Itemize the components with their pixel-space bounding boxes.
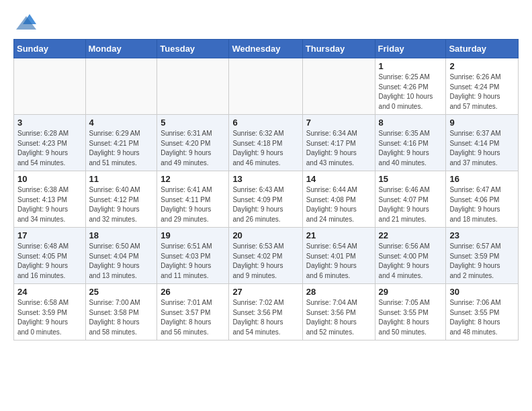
calendar-cell [85,58,157,115]
day-number: 8 [379,118,443,128]
calendar-cell: 5Sunrise: 6:31 AM Sunset: 4:20 PM Daylig… [157,115,229,171]
day-number: 14 [306,174,371,184]
day-info: Sunrise: 7:06 AM Sunset: 3:55 PM Dayligh… [449,298,515,337]
calendar-week-2: 3Sunrise: 6:28 AM Sunset: 4:23 PM Daylig… [14,115,519,171]
calendar-cell [302,58,375,115]
day-number: 22 [379,230,443,240]
calendar-cell: 15Sunrise: 6:46 AM Sunset: 4:07 PM Dayli… [375,171,446,228]
day-number: 16 [449,174,515,184]
day-info: Sunrise: 6:43 AM Sunset: 4:09 PM Dayligh… [232,185,298,224]
calendar-cell: 1Sunrise: 6:25 AM Sunset: 4:26 PM Daylig… [375,58,446,115]
calendar-cell: 13Sunrise: 6:43 AM Sunset: 4:09 PM Dayli… [229,171,302,228]
day-number: 27 [232,287,298,297]
day-number: 30 [449,287,515,297]
calendar-week-3: 10Sunrise: 6:38 AM Sunset: 4:13 PM Dayli… [14,171,519,228]
page-header [13,11,519,31]
day-info: Sunrise: 6:57 AM Sunset: 3:59 PM Dayligh… [449,242,515,281]
day-number: 25 [89,287,154,297]
day-info: Sunrise: 6:58 AM Sunset: 3:59 PM Dayligh… [17,298,82,337]
day-info: Sunrise: 6:54 AM Sunset: 4:01 PM Dayligh… [306,242,371,281]
day-number: 17 [17,230,82,240]
day-info: Sunrise: 6:25 AM Sunset: 4:26 PM Dayligh… [379,73,443,111]
day-number: 18 [89,230,154,240]
calendar-cell: 20Sunrise: 6:53 AM Sunset: 4:02 PM Dayli… [229,228,302,284]
day-info: Sunrise: 6:32 AM Sunset: 4:18 PM Dayligh… [232,129,298,168]
day-number: 3 [17,118,82,128]
calendar-week-1: 1Sunrise: 6:25 AM Sunset: 4:26 PM Daylig… [14,58,519,115]
calendar-week-4: 17Sunrise: 6:48 AM Sunset: 4:05 PM Dayli… [14,228,519,284]
day-info: Sunrise: 6:44 AM Sunset: 4:08 PM Dayligh… [306,185,371,224]
weekday-header-tuesday: Tuesday [157,40,229,58]
calendar-cell: 24Sunrise: 6:58 AM Sunset: 3:59 PM Dayli… [14,284,86,340]
calendar-cell: 23Sunrise: 6:57 AM Sunset: 3:59 PM Dayli… [446,228,519,284]
logo-icon [16,11,36,31]
calendar-cell: 3Sunrise: 6:28 AM Sunset: 4:23 PM Daylig… [14,115,86,171]
weekday-header-wednesday: Wednesday [229,40,302,58]
day-info: Sunrise: 6:34 AM Sunset: 4:17 PM Dayligh… [306,129,371,168]
calendar-table: SundayMondayTuesdayWednesdayThursdayFrid… [13,39,519,340]
day-number: 10 [17,174,82,184]
day-number: 24 [17,287,82,297]
day-info: Sunrise: 6:51 AM Sunset: 4:03 PM Dayligh… [161,242,225,281]
calendar-cell: 16Sunrise: 6:47 AM Sunset: 4:06 PM Dayli… [446,171,519,228]
calendar-cell: 7Sunrise: 6:34 AM Sunset: 4:17 PM Daylig… [302,115,375,171]
day-info: Sunrise: 6:40 AM Sunset: 4:12 PM Dayligh… [89,185,154,224]
day-info: Sunrise: 6:35 AM Sunset: 4:16 PM Dayligh… [379,129,443,168]
day-number: 29 [379,287,443,297]
calendar-cell: 6Sunrise: 6:32 AM Sunset: 4:18 PM Daylig… [229,115,302,171]
day-number: 2 [449,61,515,71]
day-info: Sunrise: 6:41 AM Sunset: 4:11 PM Dayligh… [161,185,225,224]
day-number: 12 [161,174,225,184]
logo [13,11,36,31]
day-number: 21 [306,230,371,240]
day-info: Sunrise: 7:02 AM Sunset: 3:56 PM Dayligh… [232,298,298,337]
day-number: 28 [306,287,371,297]
day-number: 7 [306,118,371,128]
day-number: 15 [379,174,443,184]
calendar-cell: 17Sunrise: 6:48 AM Sunset: 4:05 PM Dayli… [14,228,86,284]
day-info: Sunrise: 6:26 AM Sunset: 4:24 PM Dayligh… [449,73,515,111]
calendar-cell: 30Sunrise: 7:06 AM Sunset: 3:55 PM Dayli… [446,284,519,340]
calendar-cell: 27Sunrise: 7:02 AM Sunset: 3:56 PM Dayli… [229,284,302,340]
day-number: 6 [232,118,298,128]
day-info: Sunrise: 7:05 AM Sunset: 3:55 PM Dayligh… [379,298,443,337]
day-number: 26 [161,287,225,297]
calendar-cell: 29Sunrise: 7:05 AM Sunset: 3:55 PM Dayli… [375,284,446,340]
calendar-cell: 9Sunrise: 6:37 AM Sunset: 4:14 PM Daylig… [446,115,519,171]
calendar-cell: 4Sunrise: 6:29 AM Sunset: 4:21 PM Daylig… [85,115,157,171]
calendar-cell: 2Sunrise: 6:26 AM Sunset: 4:24 PM Daylig… [446,58,519,115]
calendar-header-row: SundayMondayTuesdayWednesdayThursdayFrid… [14,40,519,58]
weekday-header-sunday: Sunday [14,40,86,58]
day-info: Sunrise: 6:47 AM Sunset: 4:06 PM Dayligh… [449,185,515,224]
day-info: Sunrise: 6:28 AM Sunset: 4:23 PM Dayligh… [17,129,82,168]
day-number: 5 [161,118,225,128]
day-info: Sunrise: 7:01 AM Sunset: 3:57 PM Dayligh… [161,298,225,337]
calendar-cell: 25Sunrise: 7:00 AM Sunset: 3:58 PM Dayli… [85,284,157,340]
calendar-cell [229,58,302,115]
day-number: 1 [379,61,443,71]
day-info: Sunrise: 7:04 AM Sunset: 3:56 PM Dayligh… [306,298,371,337]
day-info: Sunrise: 6:29 AM Sunset: 4:21 PM Dayligh… [89,129,154,168]
day-info: Sunrise: 6:50 AM Sunset: 4:04 PM Dayligh… [89,242,154,281]
calendar-cell: 10Sunrise: 6:38 AM Sunset: 4:13 PM Dayli… [14,171,86,228]
weekday-header-thursday: Thursday [302,40,375,58]
calendar-cell [14,58,86,115]
day-number: 23 [449,230,515,240]
calendar-cell: 21Sunrise: 6:54 AM Sunset: 4:01 PM Dayli… [302,228,375,284]
day-info: Sunrise: 6:31 AM Sunset: 4:20 PM Dayligh… [161,129,225,168]
calendar-cell: 28Sunrise: 7:04 AM Sunset: 3:56 PM Dayli… [302,284,375,340]
weekday-header-saturday: Saturday [446,40,519,58]
day-number: 13 [232,174,298,184]
day-number: 19 [161,230,225,240]
calendar-week-5: 24Sunrise: 6:58 AM Sunset: 3:59 PM Dayli… [14,284,519,340]
day-info: Sunrise: 6:38 AM Sunset: 4:13 PM Dayligh… [17,185,82,224]
day-number: 9 [449,118,515,128]
weekday-header-monday: Monday [85,40,157,58]
calendar-cell: 11Sunrise: 6:40 AM Sunset: 4:12 PM Dayli… [85,171,157,228]
day-info: Sunrise: 6:56 AM Sunset: 4:00 PM Dayligh… [379,242,443,281]
calendar-cell: 14Sunrise: 6:44 AM Sunset: 4:08 PM Dayli… [302,171,375,228]
calendar-cell [157,58,229,115]
calendar-cell: 18Sunrise: 6:50 AM Sunset: 4:04 PM Dayli… [85,228,157,284]
day-info: Sunrise: 6:46 AM Sunset: 4:07 PM Dayligh… [379,185,443,224]
day-info: Sunrise: 6:37 AM Sunset: 4:14 PM Dayligh… [449,129,515,168]
